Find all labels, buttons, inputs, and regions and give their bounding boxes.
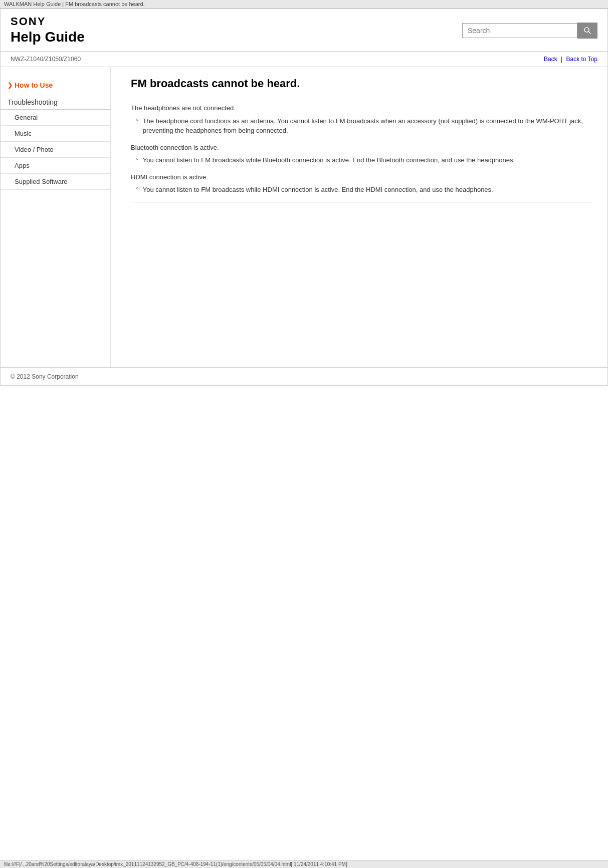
sidebar-item-general[interactable]: General [1,110,110,126]
chevron-right-icon: ❯ [8,82,13,89]
content-section-3: HDMI connection is active. ◦ You cannot … [131,172,592,195]
nav-separator: | [561,56,562,63]
nav-links: Back | Back to Top [544,56,597,63]
sidebar-item-label: Supplied Software [15,178,68,185]
header-left: SONY Help Guide [11,15,85,45]
sidebar-item-music[interactable]: Music [1,126,110,142]
sidebar-item-label: General [15,114,38,121]
search-area [462,23,597,39]
bullet-dot: ◦ [136,154,139,163]
bullet-item-3: ◦ You cannot listen to FM broadcasts whi… [136,185,592,195]
section-3-intro: HDMI connection is active. [131,172,592,182]
content-area: FM broadcasts cannot be heard. The headp… [111,67,607,367]
sidebar-item-how-to-use[interactable]: ❯ How to Use [1,77,110,93]
bullet-text-2: You cannot listen to FM broadcasts while… [143,155,515,165]
how-to-use-label: How to Use [15,81,53,89]
browser-title-bar: WALKMAN Help Guide | FM broadcasts canno… [0,0,608,9]
content-divider [131,202,592,202]
bullet-text-3: You cannot listen to FM broadcasts while… [143,185,493,195]
sidebar-item-video-photo[interactable]: Video / Photo [1,142,110,158]
section-1-intro: The headphones are not connected. [131,103,592,113]
sidebar-item-label: Apps [15,162,30,169]
bullet-dot: ◦ [136,115,139,124]
search-input[interactable] [462,23,577,38]
content-section-1: The headphones are not connected. ◦ The … [131,103,592,136]
back-to-top-link[interactable]: Back to Top [566,56,597,63]
device-model: NWZ-Z1040/Z1050/Z1060 [11,56,81,63]
header-area: SONY Help Guide [0,9,608,52]
header-right [462,15,597,39]
page-title: FM broadcasts cannot be heard. [131,77,592,95]
sony-logo: SONY [11,15,85,28]
nav-bar: NWZ-Z1040/Z1050/Z1060 Back | Back to Top [0,52,608,67]
browser-title-text: WALKMAN Help Guide | FM broadcasts canno… [4,1,145,7]
sidebar: ❯ How to Use Troubleshooting General Mus… [1,67,111,367]
back-link[interactable]: Back [544,56,557,63]
sidebar-item-supplied-software[interactable]: Supplied Software [1,174,110,190]
svg-line-1 [588,32,590,34]
search-icon [583,27,591,35]
content-section-2: Bluetooth connection is active. ◦ You ca… [131,143,592,165]
sidebar-item-label: Music [15,130,32,137]
footer-area: © 2012 Sony Corporation [0,368,608,386]
section-2-intro: Bluetooth connection is active. [131,143,592,153]
bullet-item-2: ◦ You cannot listen to FM broadcasts whi… [136,155,592,165]
search-button[interactable] [577,23,597,39]
bullet-text-1: The headphone cord functions as an anten… [143,116,592,136]
sidebar-troubleshooting-title: Troubleshooting [1,93,110,110]
bullet-dot: ◦ [136,184,139,193]
bullet-item-1: ◦ The headphone cord functions as an ant… [136,116,592,136]
help-guide-title: Help Guide [11,29,85,45]
copyright-text: © 2012 Sony Corporation [11,373,79,380]
sidebar-item-label: Video / Photo [15,146,54,153]
sidebar-item-apps[interactable]: Apps [1,158,110,174]
main-layout: ❯ How to Use Troubleshooting General Mus… [0,67,608,368]
